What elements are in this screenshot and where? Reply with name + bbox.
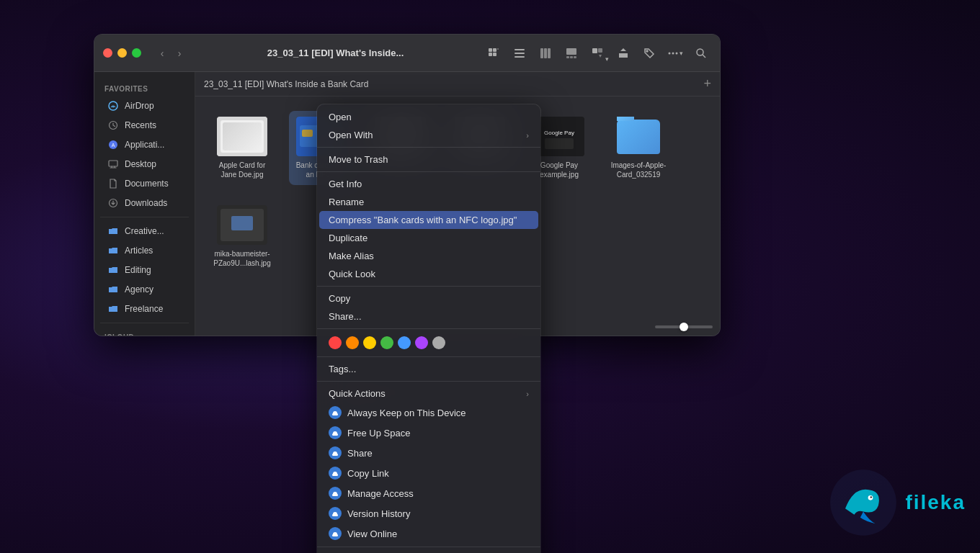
menu-item-share-icloud[interactable]: Share: [317, 443, 540, 463]
menu-item-quick-actions[interactable]: Quick Actions ›: [317, 385, 540, 403]
editing-folder-icon: [107, 264, 119, 276]
menu-separator-3: [317, 286, 540, 287]
airdrop-label: AirDrop: [125, 101, 154, 111]
sidebar-item-freelance[interactable]: Freelance: [97, 300, 192, 318]
color-dot-green[interactable]: [380, 336, 393, 349]
view-columns-icon[interactable]: [535, 43, 556, 63]
svg-point-27: [112, 107, 114, 108]
menu-item-duplicate[interactable]: Duplicate: [317, 229, 540, 247]
menu-item-version-history[interactable]: Version History: [317, 503, 540, 523]
sidebar-item-articles[interactable]: Articles: [97, 241, 192, 260]
sidebar-separator-2: [100, 323, 189, 323]
search-icon[interactable]: [691, 43, 711, 63]
color-dot-red[interactable]: [329, 336, 342, 349]
desktop-icon: [107, 158, 119, 170]
svg-rect-39: [302, 130, 313, 137]
tags-icon[interactable]: [639, 43, 659, 63]
svg-rect-48: [534, 117, 584, 156]
sidebar: Favorites AirDrop Recents A Applicati...: [94, 72, 195, 336]
agency-folder-icon: [107, 284, 119, 295]
sidebar-item-desktop[interactable]: Desktop: [97, 155, 192, 174]
file-name-apple-card: Apple Card for Jane Doe.jpg: [213, 161, 272, 179]
menu-item-always-keep[interactable]: Always Keep on This Device: [317, 403, 540, 423]
view-more-icon[interactable]: ▾: [587, 43, 607, 63]
sidebar-item-documents[interactable]: Documents: [97, 174, 192, 193]
minimize-button[interactable]: [117, 48, 127, 58]
file-thumbnail-mika: [217, 205, 267, 245]
view-gallery-icon[interactable]: [561, 43, 582, 63]
add-button[interactable]: +: [703, 76, 711, 91]
svg-rect-5: [497, 48, 499, 50]
menu-item-view-online[interactable]: View Online: [317, 523, 540, 544]
menu-item-copy[interactable]: Copy: [317, 289, 540, 307]
svg-rect-35: [223, 124, 237, 134]
svg-point-2: [870, 496, 873, 498]
file-name-images-folder: Images-of-Apple-Card_032519: [609, 161, 668, 179]
svg-rect-33: [217, 117, 267, 156]
sidebar-item-agency[interactable]: Agency: [97, 280, 192, 299]
share-icon[interactable]: [613, 43, 633, 63]
agency-label: Agency: [125, 284, 153, 295]
forward-button[interactable]: ›: [172, 45, 187, 61]
fileka-watermark: fileka: [827, 467, 966, 539]
menu-item-move-to-trash[interactable]: Move to Trash: [317, 150, 540, 168]
articles-folder-icon: [107, 245, 119, 256]
view-online-icon: [329, 527, 342, 540]
menu-item-get-info[interactable]: Get Info: [317, 175, 540, 193]
nav-buttons: ‹ ›: [154, 45, 187, 61]
svg-rect-31: [109, 161, 117, 166]
sidebar-item-editing[interactable]: Editing: [97, 261, 192, 279]
menu-item-rename[interactable]: Rename: [317, 193, 540, 211]
menu-item-copy-link[interactable]: Copy Link: [317, 463, 540, 483]
svg-rect-13: [548, 48, 551, 58]
file-item-apple-card[interactable]: Apple Card Apple Card for Jane Doe.jpg: [210, 111, 275, 185]
menu-item-share-dots[interactable]: Share...: [317, 307, 540, 325]
freelance-folder-icon: [107, 303, 119, 315]
menu-separator-1: [317, 147, 540, 148]
view-grid-icon[interactable]: [484, 43, 504, 63]
toolbar-actions: ▾ ▾: [484, 43, 711, 63]
svg-rect-53: [231, 216, 253, 230]
maximize-button[interactable]: [132, 48, 141, 58]
close-button[interactable]: [103, 48, 112, 58]
menu-separator-5: [317, 356, 540, 357]
path-text: 23_03_11 [EDI] What's Inside a Bank Card: [204, 79, 368, 89]
path-bar: 23_03_11 [EDI] What's Inside a Bank Card…: [195, 72, 720, 96]
documents-label: Documents: [125, 179, 169, 189]
svg-rect-12: [544, 48, 547, 58]
sidebar-item-applications[interactable]: A Applicati...: [97, 135, 192, 154]
color-labels: [317, 332, 540, 354]
menu-item-make-alias[interactable]: Make Alias: [317, 247, 540, 265]
file-name-mika: mika-baumeister-PZao9U...lash.jpg: [213, 249, 272, 268]
favorites-label: Favorites: [94, 79, 195, 96]
menu-item-quick-look[interactable]: Quick Look: [317, 265, 540, 283]
zoom-slider[interactable]: [655, 325, 713, 328]
color-dot-blue[interactable]: [398, 336, 411, 349]
menu-item-tags[interactable]: Tags...: [317, 360, 540, 378]
sidebar-item-downloads[interactable]: Downloads: [97, 194, 192, 212]
svg-text:Apple Card: Apple Card: [231, 140, 253, 145]
color-dot-yellow[interactable]: [363, 336, 376, 349]
menu-item-add-to-zip[interactable]: Add To Zip File...: [317, 550, 540, 553]
menu-item-manage-access[interactable]: Manage Access: [317, 483, 540, 503]
color-dot-orange[interactable]: [346, 336, 359, 349]
menu-item-open[interactable]: Open: [317, 108, 540, 126]
color-dot-purple[interactable]: [415, 336, 428, 349]
svg-point-22: [672, 52, 674, 54]
sidebar-item-airdrop[interactable]: AirDrop: [97, 96, 192, 115]
menu-item-open-with[interactable]: Open With ›: [317, 126, 540, 144]
copy-link-icon: [329, 467, 342, 480]
sidebar-item-recents[interactable]: Recents: [97, 116, 192, 135]
file-item-mika[interactable]: mika-baumeister-PZao9U...lash.jpg: [210, 199, 275, 274]
svg-rect-19: [598, 48, 602, 53]
menu-item-free-up[interactable]: Free Up Space: [317, 423, 540, 443]
more-options-icon[interactable]: ▾: [665, 43, 685, 63]
back-button[interactable]: ‹: [154, 45, 170, 61]
svg-line-25: [703, 55, 705, 58]
creative-folder-icon: [107, 225, 119, 237]
file-item-images-folder[interactable]: Images-of-Apple-Card_032519: [606, 111, 671, 185]
color-dot-gray[interactable]: [432, 336, 445, 349]
sidebar-item-creative[interactable]: Creative...: [97, 222, 192, 240]
view-list-icon[interactable]: [509, 43, 530, 63]
menu-item-compress[interactable]: Compress "Bank cards with an NFC logo.jp…: [319, 211, 538, 229]
